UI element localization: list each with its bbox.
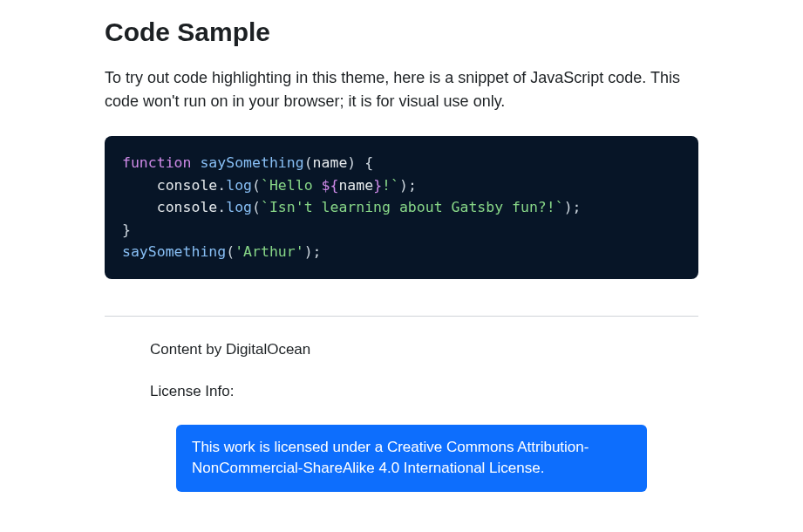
code-token: `Hello: [261, 177, 322, 194]
code-token: console: [157, 177, 218, 194]
code-token: saySomething: [200, 154, 303, 171]
code-token: log: [226, 177, 252, 194]
code-sample: function saySomething(name) { console.lo…: [105, 136, 698, 279]
code-token: ;: [313, 243, 322, 260]
code-token: .: [217, 177, 226, 194]
code-token: (: [252, 177, 261, 194]
license-box: This work is licensed under a Creative C…: [176, 425, 647, 492]
code-token: (: [304, 154, 313, 171]
code-token: ): [347, 154, 356, 171]
code-token: {: [364, 154, 373, 171]
code-token: ;: [573, 199, 582, 215]
page-title: Code Sample: [105, 17, 698, 47]
code-token: (: [226, 243, 235, 260]
code-token: [122, 199, 157, 215]
code-token: function: [122, 154, 191, 171]
code-token: [356, 154, 364, 171]
code-token: ): [399, 177, 408, 194]
code-token: 'Arthur': [235, 243, 303, 260]
intro-paragraph: To try out code highlighting in this the…: [105, 66, 698, 113]
code-token: }: [122, 222, 131, 238]
code-token: ): [304, 243, 313, 260]
content-by: Content by DigitalOcean: [150, 341, 698, 358]
code-token: console: [157, 199, 218, 215]
license-label: License Info:: [150, 383, 698, 400]
code-token: [122, 177, 157, 194]
code-token: `Isn't learning about Gatsby fun?!`: [261, 199, 564, 215]
code-token: (: [252, 199, 261, 215]
code-token: [191, 154, 200, 171]
code-token: ;: [408, 177, 417, 194]
code-token: log: [226, 199, 252, 215]
code-token: !`: [382, 177, 399, 194]
code-token: saySomething: [122, 243, 226, 260]
code-token: name: [313, 154, 348, 171]
code-token: ): [564, 199, 573, 215]
code-token: }: [373, 177, 382, 194]
code-token: .: [217, 199, 226, 215]
divider: [105, 316, 698, 317]
code-token: ${: [322, 177, 339, 194]
code-token: name: [338, 177, 373, 194]
footer-section: Content by DigitalOcean License Info: Th…: [105, 341, 698, 492]
